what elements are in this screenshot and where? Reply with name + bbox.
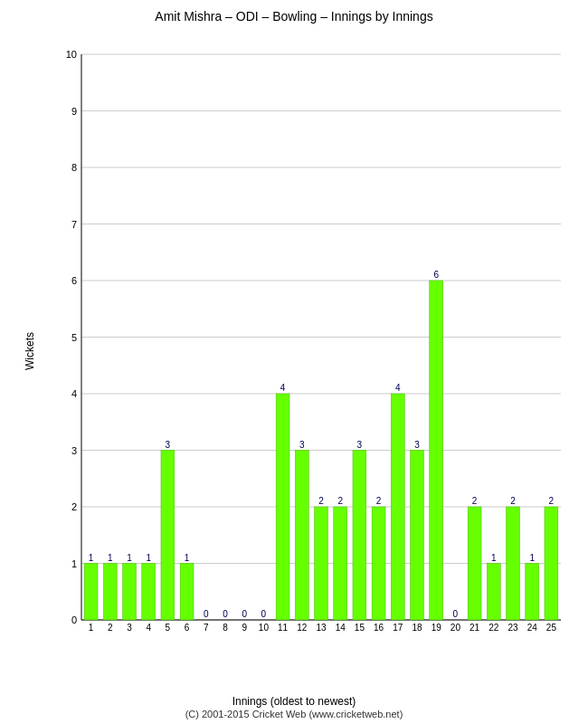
svg-text:3: 3 bbox=[414, 440, 420, 450]
svg-text:2: 2 bbox=[510, 496, 516, 506]
svg-text:11: 11 bbox=[278, 623, 289, 633]
svg-text:1: 1 bbox=[89, 623, 94, 633]
chart-title: Amit Mishra – ODI – Bowling – Innings by… bbox=[0, 0, 588, 28]
svg-text:2: 2 bbox=[318, 496, 324, 506]
svg-text:5: 5 bbox=[71, 332, 77, 343]
svg-rect-85 bbox=[507, 507, 520, 620]
svg-text:6: 6 bbox=[185, 623, 190, 633]
svg-text:6: 6 bbox=[71, 275, 77, 286]
svg-rect-68 bbox=[391, 394, 404, 620]
svg-text:3: 3 bbox=[71, 445, 77, 456]
svg-rect-71 bbox=[411, 451, 424, 621]
svg-text:1: 1 bbox=[89, 553, 94, 563]
svg-text:13: 13 bbox=[316, 623, 327, 633]
svg-text:4: 4 bbox=[71, 388, 77, 399]
svg-rect-33 bbox=[142, 564, 156, 621]
svg-text:14: 14 bbox=[336, 623, 346, 633]
svg-text:1: 1 bbox=[185, 553, 190, 563]
x-axis-label: Innings (oldest to newest) bbox=[232, 695, 356, 708]
chart-svg: 0123456789101112131435160708090104113122… bbox=[50, 41, 570, 652]
svg-rect-74 bbox=[430, 281, 443, 620]
svg-text:3: 3 bbox=[299, 440, 305, 450]
copyright-text: (C) 2001-2015 Cricket Web (www.cricketwe… bbox=[185, 709, 403, 719]
svg-text:1: 1 bbox=[108, 553, 113, 563]
svg-text:9: 9 bbox=[242, 623, 247, 633]
svg-text:7: 7 bbox=[71, 219, 77, 230]
svg-text:3: 3 bbox=[127, 623, 132, 633]
svg-text:5: 5 bbox=[166, 623, 171, 633]
svg-text:2: 2 bbox=[376, 496, 382, 506]
svg-text:0: 0 bbox=[71, 614, 77, 625]
svg-rect-59 bbox=[334, 507, 347, 620]
svg-rect-56 bbox=[315, 507, 328, 620]
svg-rect-30 bbox=[123, 564, 137, 621]
svg-rect-39 bbox=[180, 564, 194, 621]
svg-text:3: 3 bbox=[166, 440, 171, 450]
svg-text:4: 4 bbox=[146, 623, 151, 633]
svg-text:16: 16 bbox=[374, 623, 384, 633]
svg-rect-65 bbox=[372, 507, 385, 620]
svg-text:0: 0 bbox=[453, 609, 459, 619]
svg-rect-79 bbox=[468, 507, 481, 620]
svg-text:1: 1 bbox=[491, 553, 497, 563]
svg-text:12: 12 bbox=[297, 623, 308, 633]
svg-text:1: 1 bbox=[71, 558, 77, 569]
svg-text:2: 2 bbox=[337, 496, 343, 506]
svg-text:25: 25 bbox=[546, 623, 557, 633]
svg-text:6: 6 bbox=[433, 270, 439, 280]
chart-container: Amit Mishra – ODI – Bowling – Innings by… bbox=[0, 0, 588, 724]
svg-rect-50 bbox=[276, 394, 289, 620]
svg-text:9: 9 bbox=[71, 106, 77, 117]
svg-text:0: 0 bbox=[242, 609, 247, 619]
svg-text:23: 23 bbox=[507, 623, 518, 633]
svg-text:2: 2 bbox=[108, 623, 113, 633]
svg-text:24: 24 bbox=[527, 623, 538, 633]
svg-rect-82 bbox=[487, 564, 500, 621]
svg-text:7: 7 bbox=[204, 623, 209, 633]
svg-text:1: 1 bbox=[146, 553, 151, 563]
svg-rect-88 bbox=[526, 564, 539, 621]
svg-rect-91 bbox=[545, 507, 558, 620]
svg-rect-36 bbox=[161, 451, 175, 621]
svg-text:2: 2 bbox=[472, 496, 478, 506]
chart-area: 0123456789101112131435160708090104113122… bbox=[50, 41, 570, 652]
svg-text:4: 4 bbox=[280, 383, 286, 393]
svg-text:17: 17 bbox=[393, 623, 403, 633]
svg-rect-27 bbox=[103, 564, 117, 621]
svg-text:22: 22 bbox=[488, 623, 499, 633]
svg-text:8: 8 bbox=[71, 162, 77, 173]
svg-text:10: 10 bbox=[259, 623, 270, 633]
svg-text:1: 1 bbox=[529, 553, 535, 563]
svg-rect-62 bbox=[353, 451, 366, 621]
svg-text:21: 21 bbox=[469, 623, 480, 633]
svg-text:2: 2 bbox=[549, 496, 555, 506]
svg-text:10: 10 bbox=[66, 49, 77, 60]
svg-text:2: 2 bbox=[71, 501, 77, 512]
y-axis-label: Wickets bbox=[24, 332, 36, 370]
svg-text:19: 19 bbox=[432, 623, 442, 633]
svg-text:3: 3 bbox=[357, 440, 363, 450]
svg-text:0: 0 bbox=[204, 609, 209, 619]
svg-text:20: 20 bbox=[450, 623, 461, 633]
svg-text:0: 0 bbox=[261, 609, 267, 619]
svg-rect-24 bbox=[84, 564, 98, 621]
svg-text:15: 15 bbox=[355, 623, 365, 633]
svg-text:8: 8 bbox=[223, 623, 228, 633]
svg-text:18: 18 bbox=[412, 623, 422, 633]
svg-text:4: 4 bbox=[395, 383, 401, 393]
svg-text:1: 1 bbox=[127, 553, 132, 563]
svg-text:0: 0 bbox=[223, 609, 228, 619]
svg-rect-53 bbox=[295, 451, 308, 621]
